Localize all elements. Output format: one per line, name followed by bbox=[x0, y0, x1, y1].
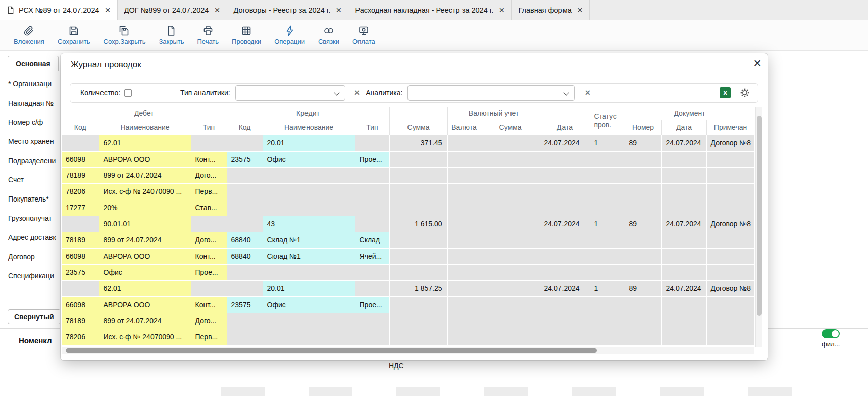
posting-row[interactable]: 78206Исх. с-ф № 24070090 ...Перв... bbox=[62, 183, 754, 200]
clear-type-icon[interactable]: × bbox=[354, 88, 360, 97]
posting-cell: Став... bbox=[191, 200, 227, 216]
vertical-scrollbar[interactable] bbox=[755, 107, 762, 347]
posting-cell: Конт... bbox=[191, 296, 227, 313]
collapsed-panel-button[interactable]: Свернутый bbox=[8, 309, 61, 324]
posting-row[interactable]: 78189899 от 24.07.2024Дого... bbox=[62, 313, 754, 329]
posting-row[interactable]: 66098АВРОРА ОООКонт...23575ОфисПрое... bbox=[62, 151, 754, 167]
posting-cell: 78206 bbox=[62, 329, 99, 345]
posting-cell bbox=[706, 232, 754, 248]
posting-cell bbox=[227, 167, 263, 183]
posting-cell bbox=[625, 248, 661, 264]
analytics-select[interactable] bbox=[444, 86, 574, 100]
posting-cell bbox=[227, 264, 263, 280]
tab-close-icon[interactable]: × bbox=[105, 5, 111, 15]
lightning-icon bbox=[284, 24, 296, 37]
posting-row[interactable]: 90.01.01431 615.0024.07.202418924.07.202… bbox=[62, 216, 754, 232]
posting-row[interactable]: 66098АВРОРА ОООКонт...68840Склад №1Ячей.… bbox=[62, 248, 754, 264]
table-column-header: Валюта bbox=[447, 120, 481, 135]
posting-cell bbox=[355, 313, 389, 329]
gear-icon[interactable] bbox=[740, 88, 750, 98]
table-column-header: Сумма bbox=[389, 120, 447, 135]
chevron-down-icon bbox=[564, 90, 569, 95]
posting-cell bbox=[481, 329, 540, 345]
posting-cell bbox=[227, 329, 263, 345]
window-tab-rsx[interactable]: РСХ №89 от 24.07.2024 × bbox=[0, 0, 118, 20]
analytics-type-label: Тип аналитики: bbox=[180, 89, 230, 97]
form-field-label: Покупатель* bbox=[8, 189, 61, 209]
postings-button[interactable]: Проводки bbox=[225, 24, 268, 45]
quantity-checkbox[interactable] bbox=[124, 89, 132, 97]
excel-export-button[interactable]: X bbox=[720, 87, 731, 98]
posting-row[interactable]: 1727720%Став... bbox=[62, 200, 754, 216]
save-close-button[interactable]: Сохр.Закрыть bbox=[97, 24, 152, 45]
posting-row[interactable]: 78206Исх. с-ф № 24070090 ...Перв... bbox=[62, 329, 754, 345]
posting-cell bbox=[706, 200, 754, 216]
save-button[interactable]: Сохранить bbox=[51, 24, 97, 45]
printer-icon bbox=[202, 24, 214, 37]
posting-cell bbox=[625, 313, 661, 329]
analytics-combo[interactable] bbox=[407, 85, 575, 101]
posting-row[interactable]: 78189899 от 24.07.2024Дого... bbox=[62, 167, 754, 183]
window-tab-main-form[interactable]: Главная форма × bbox=[512, 0, 589, 20]
posting-cell bbox=[447, 167, 481, 183]
links-button[interactable]: Связки bbox=[312, 24, 346, 45]
attachments-button[interactable]: Вложения bbox=[7, 24, 51, 45]
posting-cell: 78206 bbox=[62, 183, 99, 200]
posting-cell: Перв... bbox=[191, 183, 227, 200]
document-close-icon bbox=[165, 24, 177, 37]
tab-close-icon[interactable]: × bbox=[577, 5, 583, 15]
posting-cell bbox=[447, 280, 481, 296]
posting-cell: 24.07.2024 bbox=[661, 135, 706, 151]
payment-button[interactable]: Оплата bbox=[346, 24, 382, 45]
paperclip-icon bbox=[23, 24, 35, 37]
posting-cell: Офис bbox=[263, 296, 355, 313]
close-button[interactable]: Закрыть bbox=[152, 24, 190, 45]
tab-label: Главная форма bbox=[518, 6, 571, 14]
dialog-close-icon[interactable]: × bbox=[753, 55, 761, 71]
posting-cell: Конт... bbox=[191, 248, 227, 264]
filter-bar: Количество: Тип аналитики: × Аналитика: … bbox=[70, 83, 758, 103]
posting-cell: 17277 bbox=[62, 200, 99, 216]
horizontal-scrollbar[interactable] bbox=[62, 347, 754, 354]
analytics-type-select[interactable] bbox=[235, 85, 345, 101]
posting-row[interactable]: 62.0120.01371.4524.07.202418924.07.2024Д… bbox=[62, 135, 754, 151]
posting-cell: 68840 bbox=[227, 232, 263, 248]
posting-cell bbox=[661, 329, 706, 345]
posting-cell bbox=[625, 200, 661, 216]
filter-toggle[interactable] bbox=[822, 329, 840, 338]
postings-table: ДебетКредитВалютный учетСтатус пров.Доку… bbox=[62, 107, 754, 345]
tab-close-icon[interactable]: × bbox=[336, 5, 341, 15]
window-tab-dog[interactable]: ДОГ №899 от 24.07.2024 × bbox=[118, 0, 227, 20]
posting-row[interactable]: 62.0120.011 857.2524.07.202418924.07.202… bbox=[62, 280, 754, 296]
posting-cell: Прое... bbox=[355, 151, 389, 167]
tab-close-icon[interactable]: × bbox=[499, 5, 504, 15]
posting-cell: Конт... bbox=[191, 151, 227, 167]
analytics-code-input[interactable] bbox=[408, 86, 444, 100]
posting-row[interactable]: 78189899 от 24.07.2024Дого...68840Склад … bbox=[62, 232, 754, 248]
posting-cell bbox=[706, 151, 754, 167]
posting-cell: 43 bbox=[263, 216, 355, 232]
clear-analytics-icon[interactable]: × bbox=[585, 88, 590, 97]
horizontal-scrollbar-thumb[interactable] bbox=[66, 348, 597, 353]
vertical-scrollbar-thumb[interactable] bbox=[757, 116, 762, 316]
print-button[interactable]: Печать bbox=[190, 24, 225, 45]
tab-close-icon[interactable]: × bbox=[214, 5, 220, 15]
operations-button[interactable]: Операции bbox=[268, 24, 312, 45]
posting-cell bbox=[481, 183, 540, 200]
table-group-header: Валютный учет bbox=[447, 107, 540, 120]
posting-cell bbox=[447, 232, 481, 248]
window-tab-invoice-registry[interactable]: Расходная накладная - Реестр за 2024 г. … bbox=[348, 0, 512, 20]
posting-cell: 23575 bbox=[227, 296, 263, 313]
toolbar-label: Операции bbox=[274, 38, 305, 45]
window-tab-contracts[interactable]: Договоры - Реестр за 2024 г. × bbox=[227, 0, 349, 20]
posting-cell bbox=[625, 296, 661, 313]
posting-cell bbox=[625, 167, 661, 183]
table-group-header: Дебет bbox=[62, 107, 227, 120]
posting-row[interactable]: 66098АВРОРА ОООКонт...23575ОфисПрое... bbox=[62, 296, 754, 313]
posting-cell bbox=[447, 216, 481, 232]
table-column-header: Сумма bbox=[481, 120, 540, 135]
table-column-header: Номер bbox=[625, 120, 661, 135]
form-tab-main[interactable]: Основная bbox=[8, 56, 59, 71]
posting-row[interactable]: 23575ОфисПрое... bbox=[62, 264, 754, 280]
posting-cell bbox=[540, 183, 590, 200]
